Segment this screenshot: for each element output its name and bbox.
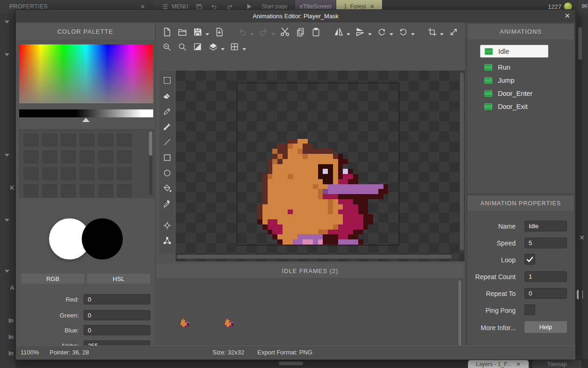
line-tool[interactable]: [162, 137, 173, 148]
flip-horizontal-button[interactable]: [333, 26, 344, 37]
undo-dropdown-caret[interactable]: [250, 33, 254, 36]
section-chevron-icon[interactable]: [5, 154, 9, 157]
crop-caret[interactable]: [440, 33, 444, 36]
palette-swatch[interactable]: [60, 150, 77, 164]
zoom-out-button[interactable]: [161, 41, 172, 52]
palette-swatch[interactable]: [79, 183, 95, 198]
green-input[interactable]: [84, 310, 150, 320]
animation-item-door-exit[interactable]: Door_Exit: [484, 101, 528, 112]
tab-tilemap[interactable]: Tilemap: [532, 360, 581, 368]
palette-swatch[interactable]: [42, 150, 58, 164]
rotate-cw-caret[interactable]: [411, 33, 415, 36]
palette-swatch[interactable]: [98, 133, 114, 147]
palette-swatch[interactable]: [116, 183, 133, 198]
export-button[interactable]: [213, 26, 225, 37]
palette-swatch[interactable]: [79, 150, 95, 164]
new-file-button[interactable]: [161, 26, 172, 37]
canvas-viewport[interactable]: [176, 71, 465, 261]
pencil-tool[interactable]: [162, 106, 173, 117]
flip-vertical-button[interactable]: [354, 26, 366, 37]
canvas-hscroll-thumb[interactable]: [177, 255, 452, 259]
origin-tool[interactable]: [162, 220, 173, 231]
rgb-button[interactable]: RGB: [21, 274, 85, 284]
canvas-vscroll-thumb[interactable]: [460, 72, 464, 250]
red-input[interactable]: [84, 294, 150, 304]
tab-layers[interactable]: Layers - 1_F... ✕: [468, 360, 529, 368]
palette-swatch[interactable]: [79, 166, 95, 181]
bg-scrollbar-lower[interactable]: [579, 247, 582, 368]
flip-horizontal-caret[interactable]: [347, 33, 350, 36]
swatch-scrollbar-thumb[interactable]: [149, 131, 152, 156]
palette-swatch[interactable]: [23, 133, 39, 147]
redo-button[interactable]: [258, 26, 269, 37]
sprite-canvas-frame[interactable]: [237, 83, 399, 245]
palette-swatch[interactable]: [23, 166, 39, 181]
bg-scrollbar-thumb[interactable]: [578, 27, 582, 60]
section-chevron-icon[interactable]: [5, 219, 9, 222]
palette-swatch[interactable]: [42, 183, 58, 198]
rotate-cw-button[interactable]: [397, 26, 409, 37]
bg-hscroll-thumb[interactable]: [279, 361, 303, 365]
brush-tool[interactable]: [162, 121, 173, 132]
speed-input[interactable]: [524, 238, 567, 248]
loop-checkbox[interactable]: [524, 254, 535, 265]
canvas-vscroll[interactable]: [460, 71, 464, 253]
rotate-ccw-button[interactable]: [376, 26, 387, 37]
eyedropper-tool[interactable]: [162, 198, 173, 209]
palette-swatch[interactable]: [60, 133, 77, 147]
rotate-ccw-caret[interactable]: [390, 33, 393, 36]
palette-swatch[interactable]: [60, 183, 77, 198]
eraser-tool[interactable]: [162, 90, 173, 101]
hue-saturation-picker[interactable]: [19, 44, 153, 103]
ellipse-tool[interactable]: [162, 167, 173, 179]
repeat-count-input[interactable]: [524, 271, 567, 282]
frames-scrollbar[interactable]: [458, 280, 462, 354]
palette-swatch[interactable]: [23, 183, 39, 198]
dialog-close-icon[interactable]: ✕: [564, 12, 570, 20]
palette-swatch[interactable]: [79, 133, 95, 147]
redo-dropdown-caret[interactable]: [271, 33, 275, 36]
zoom-button[interactable]: [177, 41, 188, 52]
menu-label[interactable]: MENU: [172, 3, 188, 10]
palette-swatch[interactable]: [98, 166, 114, 181]
palette-swatch[interactable]: [116, 133, 133, 147]
tab-close-icon[interactable]: ✕: [370, 3, 375, 10]
bg-close-icon[interactable]: ✕: [579, 234, 585, 241]
fill-tool[interactable]: [162, 183, 173, 194]
save-dropdown-caret[interactable]: [205, 33, 209, 36]
value-slider-marker[interactable]: [82, 118, 90, 122]
copy-button[interactable]: [295, 26, 306, 37]
background-color-well[interactable]: [82, 218, 123, 260]
bg-play-icon[interactable]: [246, 3, 252, 10]
layers-tab-close-icon[interactable]: ✕: [516, 361, 521, 368]
dialog-titlebar[interactable]: Animations Editor: Player_Mask ✕: [16, 10, 575, 22]
help-button[interactable]: Help: [524, 321, 567, 333]
palette-swatch[interactable]: [98, 150, 114, 164]
open-file-button[interactable]: [177, 26, 188, 37]
repeat-to-input[interactable]: [524, 288, 567, 299]
marquee-select-tool[interactable]: [162, 75, 173, 86]
sprite-canvas[interactable]: [237, 83, 398, 245]
palette-swatch[interactable]: [23, 150, 39, 164]
section-chevron-icon[interactable]: [5, 53, 9, 56]
palette-swatch[interactable]: [116, 150, 133, 164]
nodes-tool[interactable]: [162, 235, 173, 246]
palette-swatch[interactable]: [42, 166, 58, 181]
value-slider[interactable]: [19, 109, 153, 117]
layers-button[interactable]: [207, 41, 219, 52]
paste-button[interactable]: [310, 26, 321, 37]
name-input[interactable]: [524, 221, 567, 231]
animation-item-idle[interactable]: Idle: [480, 45, 548, 58]
grid-caret[interactable]: [242, 48, 246, 51]
animation-item-run[interactable]: Run: [484, 62, 510, 73]
undo-button[interactable]: [236, 26, 248, 37]
canvas-hscroll[interactable]: [176, 254, 458, 259]
cut-button[interactable]: [279, 26, 290, 37]
rectangle-tool[interactable]: [162, 152, 173, 163]
blue-input[interactable]: [84, 325, 150, 335]
crop-button[interactable]: [426, 26, 438, 37]
resize-button[interactable]: [448, 26, 459, 37]
section-chevron-icon[interactable]: [5, 270, 9, 273]
layers-caret[interactable]: [221, 48, 225, 51]
save-button[interactable]: [192, 26, 203, 37]
